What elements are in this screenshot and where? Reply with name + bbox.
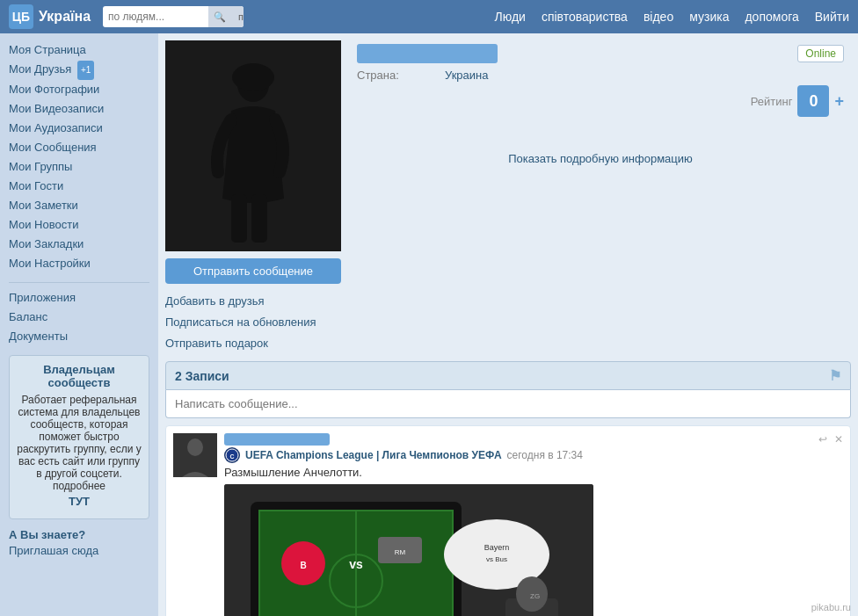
owner-box: Владельцам сообществ Работает реферальна…: [9, 355, 149, 519]
add-friend-link[interactable]: Добавить в друзья: [165, 291, 341, 312]
sidebar-secondary: Приложения Баланс Документы: [9, 282, 149, 346]
search-dropdown[interactable]: по людям...: [231, 6, 244, 27]
ucl-icon: C: [224, 447, 240, 463]
sidebar-item-bookmarks[interactable]: Мои Закладки: [9, 235, 149, 254]
country-value: Украина: [445, 69, 489, 82]
know-box-title: А Вы знаете?: [9, 528, 149, 541]
write-message-input[interactable]: [165, 390, 851, 418]
main-wrap: Моя Страница Мои Друзья +1 Мои Фотографи…: [0, 33, 858, 616]
post-source-name[interactable]: UEFA Champions League | Лига Чемпионов У…: [245, 449, 502, 461]
sidebar-item-mypage[interactable]: Моя Страница: [9, 40, 149, 60]
posts-section: 2 Записи ⚑ Online: [158, 361, 858, 616]
logo[interactable]: ЦБ Україна: [9, 4, 91, 29]
rating-value: 0: [797, 85, 829, 117]
profile-top: Отправить сообщение Добавить в друзья По…: [158, 33, 858, 361]
watermark: pikabu.ru: [811, 602, 851, 612]
sidebar-item-guests[interactable]: Мои Гости: [9, 177, 149, 196]
know-box: А Вы знаете? Приглашая сюда: [9, 528, 149, 561]
post-avatar-1: Online: [173, 433, 217, 616]
nav-communities[interactable]: співтовариства: [542, 10, 628, 24]
sidebar-item-settings[interactable]: Мои Настройки: [9, 254, 149, 273]
subscribe-link[interactable]: Подписаться на обновления: [165, 312, 341, 333]
rating-row: Рейтинг 0 +: [357, 85, 844, 117]
logo-icon: ЦБ: [9, 4, 33, 29]
svg-text:C: C: [229, 453, 234, 460]
rating-label: Рейтинг: [751, 95, 793, 108]
svg-text:ZG: ZG: [530, 592, 540, 600]
posts-header-icon: ⚑: [829, 367, 841, 384]
sidebar-item-audio[interactable]: Мои Аудиозаписи: [9, 119, 149, 138]
sidebar-item-messages[interactable]: Мои Сообщения: [9, 138, 149, 157]
post-image-1: B vs RM Bayern vs Bus: [224, 484, 593, 616]
post-text-1: Размышление Анчелотти.: [224, 466, 843, 479]
post-delete-icon[interactable]: ✕: [834, 433, 843, 446]
posts-count-label: 2 Записи: [175, 369, 229, 383]
post-source-1: C UEFA Champions League | Лига Чемпионов…: [224, 447, 843, 463]
svg-text:vs: vs: [349, 557, 363, 571]
send-message-button[interactable]: Отправить сообщение: [165, 258, 341, 284]
profile-info: Online Страна: Украина Рейтинг 0 + Показ…: [350, 40, 851, 354]
svg-point-1: [232, 63, 274, 91]
post-source-time: сегодня в 17:34: [507, 449, 583, 461]
sidebar: Моя Страница Мои Друзья +1 Мои Фотографи…: [0, 33, 158, 616]
search-box: 🔍 по людям...: [103, 6, 244, 27]
owner-box-title: Владельцам сообществ: [17, 363, 142, 389]
send-gift-link[interactable]: Отправить подарок: [165, 333, 341, 354]
svg-rect-3: [251, 194, 267, 243]
profile-photo-img: [165, 40, 341, 251]
search-button[interactable]: 🔍: [208, 6, 231, 27]
show-more-info-link[interactable]: Показать подробную информацию: [357, 152, 844, 165]
post-author-1: ↩ ✕: [224, 433, 843, 446]
nav-help[interactable]: допомога: [745, 10, 798, 24]
sidebar-item-news[interactable]: Мои Новости: [9, 215, 149, 235]
svg-point-5: [187, 438, 203, 456]
post-body-1: ↩ ✕ C UEFA Champions League | Лига Чемпи…: [224, 433, 843, 616]
nav-people[interactable]: Люди: [495, 10, 526, 24]
post-item-1: Online ↩ ✕ C UEFA Champions Le: [165, 425, 851, 616]
nav-video[interactable]: відео: [644, 10, 673, 24]
profile-name-blur: [357, 44, 498, 63]
nav-logout[interactable]: Вийти: [815, 10, 849, 24]
svg-text:Bayern: Bayern: [484, 543, 510, 552]
search-input[interactable]: [103, 9, 208, 25]
profile-actions: Добавить в друзья Подписаться на обновле…: [165, 291, 341, 354]
header-nav: Люди співтовариства відео музика допомог…: [495, 10, 849, 24]
tyt-link[interactable]: ТУТ: [17, 492, 142, 511]
content: Отправить сообщение Добавить в друзья По…: [158, 33, 858, 616]
posts-header: 2 Записи ⚑: [165, 361, 851, 390]
svg-text:RM: RM: [395, 548, 406, 556]
know-box-link[interactable]: Приглашая сюда: [9, 541, 149, 561]
post-actions-1: ↩ ✕: [818, 433, 843, 446]
rating-plus-button[interactable]: +: [834, 92, 844, 111]
sidebar-item-groups[interactable]: Мои Группы: [9, 157, 149, 177]
profile-photo-column: Отправить сообщение Добавить в друзья По…: [165, 40, 341, 354]
sidebar-item-balance[interactable]: Баланс: [9, 308, 149, 327]
online-badge: Online: [797, 45, 844, 62]
profile-silhouette: [200, 58, 306, 251]
post-author-name-blur-1: [224, 433, 330, 446]
sidebar-item-videos[interactable]: Мои Видеозаписи: [9, 99, 149, 119]
sidebar-item-docs[interactable]: Документы: [9, 327, 149, 346]
friends-badge: +1: [77, 61, 94, 80]
sidebar-item-photos[interactable]: Мои Фотографии: [9, 80, 149, 99]
sidebar-item-friends[interactable]: Мои Друзья +1: [9, 60, 149, 80]
post-reply-icon[interactable]: ↩: [818, 433, 827, 446]
country-label: Страна:: [357, 69, 445, 82]
sidebar-item-notes[interactable]: Мои Заметки: [9, 196, 149, 215]
sidebar-item-apps[interactable]: Приложения: [9, 288, 149, 308]
profile-name-bar: Online: [357, 44, 844, 63]
nav-music[interactable]: музика: [689, 10, 729, 24]
svg-rect-2: [231, 194, 247, 243]
svg-text:B: B: [300, 561, 306, 570]
svg-text:vs Bus: vs Bus: [486, 555, 507, 563]
post-avatar-img-1: [173, 433, 217, 477]
logo-text: Україна: [39, 9, 91, 25]
country-row: Страна: Украина: [357, 69, 844, 82]
owner-box-text: Работает реферальная система для владель…: [17, 394, 142, 492]
header: ЦБ Україна 🔍 по людям... Люди співтовари…: [0, 0, 858, 33]
